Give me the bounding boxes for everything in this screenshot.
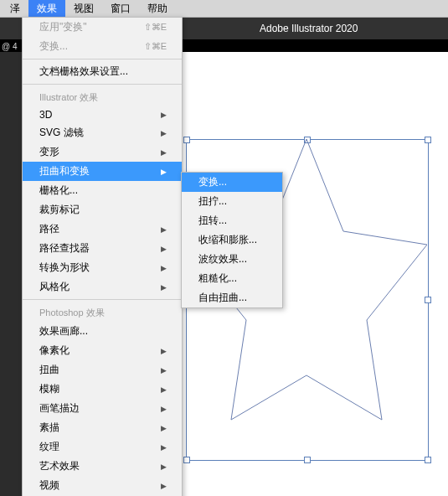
submenu-arrow-icon: ▶ bbox=[161, 482, 167, 490]
submenu-item-label: 粗糙化... bbox=[198, 271, 237, 286]
menu-item-路径[interactable]: 路径▶ bbox=[23, 220, 182, 239]
menu-item-艺术效果[interactable]: 艺术效果▶ bbox=[23, 457, 182, 476]
menu-item-label: 画笔描边 bbox=[39, 401, 80, 416]
menu-item-label: 素描 bbox=[39, 421, 59, 435]
submenu-item-label: 收缩和膨胀... bbox=[198, 233, 257, 247]
menu-help[interactable]: 帮助 bbox=[139, 0, 176, 18]
separator bbox=[23, 84, 182, 85]
menu-item-效果画廊...[interactable]: 效果画廊... bbox=[23, 322, 182, 341]
menu-item-栅格化...[interactable]: 栅格化... bbox=[23, 181, 182, 200]
submenu-item-扭转...[interactable]: 扭转... bbox=[182, 211, 282, 230]
submenu-item-label: 波纹效果... bbox=[198, 252, 247, 266]
menu-view[interactable]: 视图 bbox=[65, 0, 102, 18]
separator bbox=[23, 299, 182, 300]
submenu-arrow-icon: ▶ bbox=[161, 462, 167, 471]
submenu-arrow-icon: ▶ bbox=[161, 385, 167, 394]
menu-doc-raster-label: 文档栅格效果设置... bbox=[39, 65, 128, 79]
menu-item-label: 路径查找器 bbox=[39, 241, 90, 256]
menu-item-SVG 滤镜[interactable]: SVG 滤镜▶ bbox=[23, 123, 182, 142]
menu-item-转换为形状[interactable]: 转换为形状▶ bbox=[23, 258, 182, 277]
submenu-item-自由扭曲...[interactable]: 自由扭曲... bbox=[182, 288, 282, 307]
submenu-arrow-icon: ▶ bbox=[161, 405, 167, 413]
menu-item-label: 效果画廊... bbox=[39, 324, 88, 338]
menu-window[interactable]: 窗口 bbox=[102, 0, 139, 18]
submenu-arrow-icon: ▶ bbox=[161, 283, 167, 292]
menu-item-裁剪标记[interactable]: 裁剪标记 bbox=[23, 200, 182, 220]
menu-item-画笔描边[interactable]: 画笔描边▶ bbox=[23, 399, 182, 418]
menu-item-label: SVG 滤镜 bbox=[39, 126, 84, 140]
menu-item-label: 3D bbox=[39, 109, 52, 121]
menu-item-扭曲[interactable]: 扭曲▶ bbox=[23, 360, 182, 380]
menu-apply-label: 应用"变换" bbox=[39, 20, 87, 34]
separator bbox=[23, 59, 182, 59]
menu-item-路径查找器[interactable]: 路径查找器▶ bbox=[23, 239, 182, 258]
submenu-arrow-icon: ▶ bbox=[161, 225, 167, 234]
menu-item-扭曲和变换[interactable]: 扭曲和变换▶ bbox=[23, 162, 182, 181]
menu-item-视频[interactable]: 视频▶ bbox=[23, 476, 182, 495]
submenu-arrow-icon: ▶ bbox=[161, 129, 167, 137]
menu-item-label: 模糊 bbox=[39, 382, 59, 396]
submenu-item-变换...[interactable]: 变换... bbox=[182, 173, 282, 192]
menu-item-label: 转换为形状 bbox=[39, 261, 90, 275]
menu-item-label: 像素化 bbox=[39, 344, 70, 358]
submenu-item-label: 扭拧... bbox=[198, 194, 227, 209]
submenu-arrow-icon: ▶ bbox=[161, 148, 167, 157]
submenu-arrow-icon: ▶ bbox=[161, 366, 167, 375]
menu-item-像素化[interactable]: 像素化▶ bbox=[23, 341, 182, 360]
menu-reapply-label: 变换... bbox=[39, 39, 68, 54]
submenu-arrow-icon: ▶ bbox=[161, 111, 167, 119]
effects-menu: 应用"变换" ⇧⌘E 变换... ⇧⌘E 文档栅格效果设置... Illustr… bbox=[22, 17, 183, 496]
menu-item-label: 艺术效果 bbox=[39, 459, 80, 473]
menu-item-变形[interactable]: 变形▶ bbox=[23, 142, 182, 162]
photoshop-effects-group: 效果画廊...像素化▶扭曲▶模糊▶画笔描边▶素描▶纹理▶艺术效果▶视频▶风格化▶ bbox=[23, 322, 182, 496]
section-photoshop: Photoshop 效果 bbox=[23, 302, 182, 322]
submenu-item-扭拧...[interactable]: 扭拧... bbox=[182, 192, 282, 211]
menu-item-label: 纹理 bbox=[39, 440, 59, 454]
menu-item-3D[interactable]: 3D▶ bbox=[23, 106, 182, 123]
submenu-item-波纹效果...[interactable]: 波纹效果... bbox=[182, 250, 282, 269]
menu-item-label: 变形 bbox=[39, 145, 59, 159]
app-title: Adobe Illustrator 2020 bbox=[260, 23, 358, 34]
menu-item-风格化[interactable]: 风格化▶ bbox=[23, 277, 182, 297]
section-illustrator: Illustrator 效果 bbox=[23, 87, 182, 106]
submenu-arrow-icon: ▶ bbox=[161, 264, 167, 272]
distort-transform-submenu: 变换...扭拧...扭转...收缩和膨胀...波纹效果...粗糙化...自由扭曲… bbox=[181, 172, 283, 308]
menu-reapply-shortcut: ⇧⌘E bbox=[144, 41, 167, 52]
menu-item-模糊[interactable]: 模糊▶ bbox=[23, 380, 182, 399]
submenu-arrow-icon: ▶ bbox=[161, 245, 167, 253]
menu-item-label: 风格化 bbox=[39, 280, 70, 294]
menu-apply-shortcut: ⇧⌘E bbox=[144, 22, 167, 33]
menu-item-label: 扭曲 bbox=[39, 363, 59, 377]
submenu-arrow-icon: ▶ bbox=[161, 443, 167, 452]
menu-select[interactable]: 泽 bbox=[2, 0, 28, 18]
submenu-item-粗糙化...[interactable]: 粗糙化... bbox=[182, 269, 282, 288]
zoom-label: @ 4 bbox=[2, 42, 18, 51]
menu-item-label: 视频 bbox=[39, 478, 59, 493]
submenu-item-label: 扭转... bbox=[198, 214, 227, 228]
menu-effects[interactable]: 效果 bbox=[28, 0, 65, 18]
menu-item-素描[interactable]: 素描▶ bbox=[23, 418, 182, 437]
menu-item-label: 栅格化... bbox=[39, 183, 78, 198]
submenu-item-收缩和膨胀...[interactable]: 收缩和膨胀... bbox=[182, 230, 282, 250]
submenu-item-label: 变换... bbox=[198, 175, 227, 189]
submenu-arrow-icon: ▶ bbox=[161, 424, 167, 432]
submenu-item-label: 自由扭曲... bbox=[198, 291, 247, 305]
menu-item-label: 扭曲和变换 bbox=[39, 164, 90, 178]
submenu-arrow-icon: ▶ bbox=[161, 347, 167, 355]
submenu-arrow-icon: ▶ bbox=[161, 168, 167, 176]
menu-item-label: 裁剪标记 bbox=[39, 203, 80, 217]
menu-doc-raster[interactable]: 文档栅格效果设置... bbox=[23, 62, 182, 81]
menubar: 泽 效果 视图 窗口 帮助 bbox=[0, 0, 448, 18]
menu-apply-last: 应用"变换" ⇧⌘E bbox=[23, 18, 182, 37]
illustrator-effects-group: 3D▶SVG 滤镜▶变形▶扭曲和变换▶栅格化...裁剪标记路径▶路径查找器▶转换… bbox=[23, 106, 182, 297]
menu-reapply: 变换... ⇧⌘E bbox=[23, 37, 182, 56]
menu-item-label: 路径 bbox=[39, 222, 59, 236]
menu-item-纹理[interactable]: 纹理▶ bbox=[23, 437, 182, 457]
